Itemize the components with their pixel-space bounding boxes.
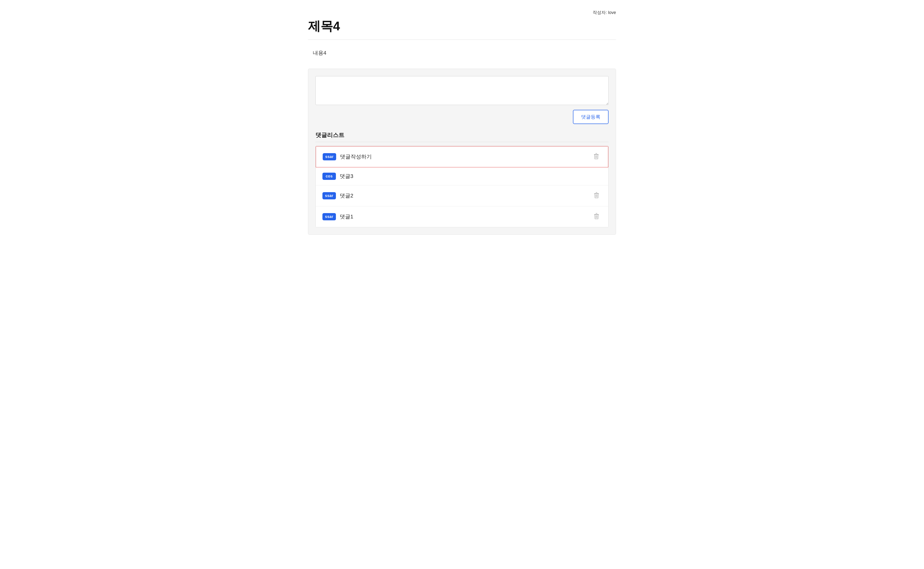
comment-list: ssar댓글작성하기 cos댓글3ssar댓글2 ssar댓글1 xyxy=(316,146,608,227)
comment-section: 댓글등록 댓글리스트 ssar댓글작성하기 cos댓글3ssar댓글2 ssar… xyxy=(308,68,616,235)
comment-text: 댓글1 xyxy=(340,213,592,220)
delete-button[interactable] xyxy=(592,211,602,222)
comment-text: 댓글2 xyxy=(340,192,592,199)
post-content: 내용4 xyxy=(308,49,616,56)
comment-submit-button[interactable]: 댓글등록 xyxy=(573,110,608,124)
delete-button[interactable] xyxy=(592,191,602,201)
user-badge: ssar xyxy=(323,153,336,160)
user-badge: cos xyxy=(322,173,336,180)
comment-textarea[interactable] xyxy=(316,76,608,105)
comment-text: 댓글작성하기 xyxy=(340,153,591,160)
comment-item: ssar댓글작성하기 xyxy=(316,146,608,167)
user-badge: ssar xyxy=(322,192,336,199)
svg-rect-11 xyxy=(596,213,597,214)
user-badge: ssar xyxy=(322,213,336,220)
page-title: 제목4 xyxy=(308,18,616,35)
delete-button[interactable] xyxy=(591,152,601,162)
comment-list-title: 댓글리스트 xyxy=(316,131,608,142)
comment-item: ssar댓글1 xyxy=(316,206,608,227)
comment-submit-row: 댓글등록 xyxy=(316,110,608,124)
svg-rect-6 xyxy=(596,192,597,193)
comment-text: 댓글3 xyxy=(340,173,602,180)
author-label: 작성자: love xyxy=(308,10,616,15)
comment-item: ssar댓글2 xyxy=(316,186,608,206)
title-divider xyxy=(308,40,616,40)
comment-item: cos댓글3 xyxy=(316,167,608,186)
svg-rect-1 xyxy=(596,153,597,154)
